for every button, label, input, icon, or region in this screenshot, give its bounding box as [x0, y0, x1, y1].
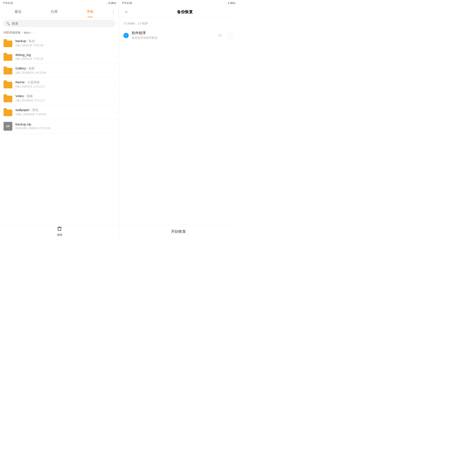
breadcrumb-internal[interactable]: 内部存储设备	[3, 31, 21, 34]
file-name: theme|主题风格	[16, 80, 111, 85]
file-meta: 2项 | 2020/1/5 下午2:58	[16, 44, 111, 47]
category-name: 软件程序	[132, 31, 215, 35]
clean-label: 清理	[57, 233, 62, 237]
file-meta: 2项 | 2019/8/31 下午1:17	[16, 99, 111, 102]
chevron-right-icon: ›	[114, 124, 115, 128]
chevron-right-icon: ›	[114, 55, 115, 59]
file-name: wallpaper|壁纸	[16, 108, 111, 112]
tab-category[interactable]: 分类	[36, 6, 72, 17]
chevron-right-icon: ›	[114, 110, 115, 114]
right-status-network: 2.4K/s	[228, 1, 235, 5]
category-count: 1/1	[218, 34, 222, 37]
file-meta: 43.06 MB | 2020/1/5 下午3:19	[16, 126, 111, 130]
right-content: 72.40MB，1个程序 ✓ 软件程序 备份程序和程序数据 1/1 ›	[119, 18, 238, 225]
chevron-right-icon: ›	[114, 41, 115, 45]
chevron-right-icon: ›	[114, 83, 115, 86]
list-item[interactable]: wallpaper|壁纸 16项 | 2019/8/26 下午9:54 ›	[0, 105, 119, 119]
file-info: backup.zip 43.06 MB | 2020/1/5 下午3:19	[16, 122, 111, 130]
file-meta: 16项 | 2019/8/26 下午9:54	[16, 113, 111, 116]
file-meta: 6项 | 2020/1/4 下午8:18	[16, 57, 111, 61]
right-panel-title: 备份恢复	[135, 9, 235, 15]
chevron-right-icon: ›	[114, 69, 115, 72]
back-button[interactable]: ←	[122, 8, 131, 16]
breadcrumb-sep2: >	[31, 31, 32, 34]
right-status-time: 下午3:34	[122, 1, 132, 5]
left-status-time: 下午3:22	[3, 1, 13, 5]
breadcrumb: 内部存储设备 > MIUI >	[0, 29, 119, 36]
list-item[interactable]: ZIP backup.zip 43.06 MB | 2020/1/5 下午3:1…	[0, 119, 119, 134]
file-list: backup|备份 2项 | 2020/1/5 下午2:58 › debug_l…	[0, 36, 119, 225]
list-item[interactable]: backup|备份 2项 | 2020/1/5 下午2:58 ›	[0, 36, 119, 50]
right-bottom-bar: 开始恢复	[119, 225, 238, 238]
category-info: 软件程序 备份程序和程序数据	[132, 31, 215, 40]
search-input[interactable]	[12, 22, 113, 25]
backup-category-item[interactable]: ✓ 软件程序 备份程序和程序数据 1/1 ›	[119, 27, 238, 44]
start-restore-button[interactable]: 开始恢复	[119, 225, 238, 238]
file-info: theme|主题风格 0项 | 2020/1/5 上午11:17	[16, 80, 111, 89]
clean-icon	[57, 226, 62, 233]
clean-button[interactable]: 清理	[0, 225, 119, 238]
file-info: debug_log 6项 | 2020/1/4 下午8:18	[16, 53, 111, 61]
category-desc: 备份程序和程序数据	[132, 36, 215, 40]
folder-icon	[3, 94, 12, 102]
search-bar: 🔍	[3, 20, 116, 27]
tab-recent[interactable]: 最近	[0, 6, 36, 17]
left-status-network: ...0.0K/s	[106, 1, 116, 5]
file-info: Gallery|相册 1项 | 2019/8/24 上午12:56	[16, 66, 111, 75]
list-item[interactable]: Gallery|相册 1项 | 2019/8/24 上午12:56 ›	[0, 64, 119, 78]
list-item[interactable]: debug_log 6项 | 2020/1/4 下午8:18 ›	[0, 50, 119, 64]
file-meta: 1项 | 2019/8/24 上午12:56	[16, 71, 111, 75]
folder-icon	[3, 39, 12, 47]
backup-summary: 72.40MB，1个程序	[119, 19, 238, 27]
more-menu-button[interactable]: ⋮	[108, 9, 119, 15]
chevron-right-icon: ›	[114, 97, 115, 100]
folder-icon	[3, 108, 12, 116]
file-name: backup.zip	[16, 122, 111, 126]
breadcrumb-miui[interactable]: MIUI	[24, 31, 30, 34]
check-circle-icon: ✓	[123, 33, 129, 38]
right-top-nav: ← 备份恢复	[119, 6, 238, 18]
file-meta: 0项 | 2020/1/5 上午11:17	[16, 85, 111, 89]
file-name: Video|视频	[16, 94, 111, 98]
file-name: debug_log	[16, 53, 111, 57]
file-name: Gallery|相册	[16, 66, 111, 70]
file-info: wallpaper|壁纸 16项 | 2019/8/26 下午9:54	[16, 108, 111, 116]
search-icon: 🔍	[6, 22, 10, 25]
top-nav: 最近 分类 手机 ⋮	[0, 6, 119, 18]
list-item[interactable]: Video|视频 2项 | 2019/8/31 下午1:17 ›	[0, 91, 119, 105]
breadcrumb-sep1: >	[22, 31, 23, 34]
expand-button[interactable]: ›	[227, 32, 234, 39]
list-item[interactable]: theme|主题风格 0项 | 2020/1/5 上午11:17 ›	[0, 78, 119, 91]
folder-icon	[3, 53, 12, 61]
file-info: backup|备份 2项 | 2020/1/5 下午2:58	[16, 39, 111, 47]
file-name: backup|备份	[16, 39, 111, 43]
folder-icon	[3, 80, 12, 88]
tab-phone[interactable]: 手机	[72, 6, 108, 17]
file-info: Video|视频 2项 | 2019/8/31 下午1:17	[16, 94, 111, 102]
folder-icon	[3, 67, 12, 74]
zip-icon: ZIP	[3, 122, 12, 131]
